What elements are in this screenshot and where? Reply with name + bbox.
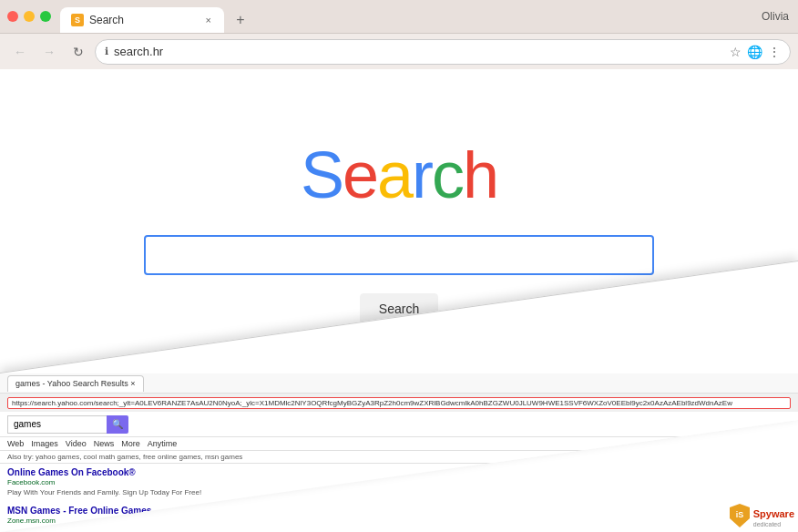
spyware-shield-icon: iS bbox=[729, 503, 751, 528]
minimize-button[interactable] bbox=[24, 11, 35, 22]
title-bar: S Search × + Olivia bbox=[0, 0, 798, 33]
svg-text:iS: iS bbox=[735, 510, 743, 519]
yahoo-tab-video[interactable]: Video bbox=[66, 439, 87, 448]
yahoo-search-input[interactable] bbox=[7, 415, 107, 434]
yahoo-tab-title: games - Yahoo Search Results × bbox=[15, 379, 136, 388]
spyware-brand: Spyware dedicated bbox=[753, 505, 794, 527]
browser-icon[interactable]: 🌐 bbox=[747, 45, 762, 59]
yahoo-url-text: https://search.yahoo.com/search;_ylt=A0L… bbox=[7, 397, 791, 409]
tab-close-icon[interactable]: × bbox=[204, 13, 213, 27]
yahoo-tab[interactable]: games - Yahoo Search Results × bbox=[7, 375, 144, 392]
browser-chrome: S Search × + Olivia ← → ↻ ℹ search.hr ☆ … bbox=[0, 0, 798, 69]
user-avatar: Olivia bbox=[762, 10, 789, 23]
secure-icon: ℹ bbox=[105, 46, 108, 57]
address-right-icons: ☆ 🌐 ⋮ bbox=[730, 45, 781, 59]
tab-title: Search bbox=[89, 14, 199, 26]
back-button[interactable]: ← bbox=[7, 39, 33, 65]
yahoo-tab-images[interactable]: Images bbox=[31, 439, 58, 448]
yahoo-tab-bar: games - Yahoo Search Results × bbox=[0, 373, 798, 394]
logo-a: a bbox=[377, 138, 412, 211]
forward-button[interactable]: → bbox=[36, 39, 62, 65]
yahoo-search-bar: 🔍 bbox=[0, 412, 798, 437]
yahoo-url-bar[interactable]: https://search.yahoo.com/search;_ylt=A0L… bbox=[0, 394, 798, 412]
yahoo-tab-more[interactable]: More bbox=[121, 439, 140, 448]
logo-s: S bbox=[301, 138, 343, 211]
bookmark-icon[interactable]: ☆ bbox=[730, 45, 742, 59]
logo-h: h bbox=[463, 138, 497, 211]
search-logo: Search bbox=[301, 142, 497, 208]
spyware-logo: iS Spyware dedicated bbox=[729, 503, 794, 528]
maximize-button[interactable] bbox=[40, 11, 51, 22]
reload-button[interactable]: ↻ bbox=[66, 39, 91, 65]
yahoo-tab-news[interactable]: News bbox=[94, 439, 115, 448]
yahoo-result-desc-1: Play With Your Friends and Family. Sign … bbox=[7, 488, 201, 496]
page-content: Search Search games - Yahoo Search Resul… bbox=[0, 69, 798, 532]
spyware-sub: dedicated bbox=[753, 521, 794, 527]
nav-bar: ← → ↻ ℹ search.hr ☆ 🌐 ⋮ bbox=[0, 33, 798, 69]
close-button[interactable] bbox=[7, 11, 18, 22]
tab-area: S Search × + bbox=[60, 0, 791, 33]
yahoo-tab-web[interactable]: Web bbox=[7, 439, 24, 448]
menu-icon[interactable]: ⋮ bbox=[768, 45, 781, 59]
window-controls bbox=[7, 11, 51, 22]
new-tab-button[interactable]: + bbox=[228, 7, 253, 33]
spyware-name: Spyware bbox=[753, 508, 794, 519]
logo-c: c bbox=[432, 138, 463, 211]
yahoo-search-button[interactable]: 🔍 bbox=[107, 415, 128, 434]
main-search-input[interactable] bbox=[144, 235, 654, 275]
address-text: search.hr bbox=[114, 45, 724, 58]
yahoo-tab-anytime[interactable]: Anytime bbox=[148, 439, 178, 448]
logo-e: e bbox=[343, 138, 377, 211]
logo-r: r bbox=[412, 138, 432, 211]
active-tab[interactable]: S Search × bbox=[60, 7, 224, 33]
address-bar[interactable]: ℹ search.hr ☆ 🌐 ⋮ bbox=[95, 39, 791, 65]
tab-favicon: S bbox=[71, 14, 84, 26]
